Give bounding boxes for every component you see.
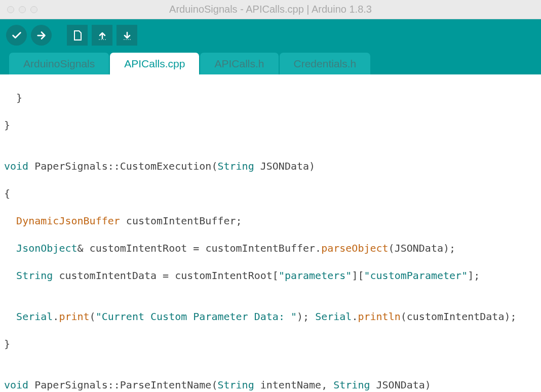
code-line: String customIntentData = customIntentRo…	[4, 269, 537, 283]
open-button[interactable]	[92, 25, 112, 46]
toolbar	[0, 19, 541, 51]
tab-apicalls-h[interactable]: APICalls.h	[200, 53, 278, 74]
arrow-up-icon	[96, 29, 108, 42]
titlebar: ArduinoSignals - APICalls.cpp | Arduino …	[0, 0, 541, 19]
file-icon	[71, 29, 84, 42]
code-line: Serial.print("Current Custom Parameter D…	[4, 310, 537, 324]
code-line: DynamicJsonBuffer customIntentBuffer;	[4, 214, 537, 228]
code-line: }	[4, 91, 537, 105]
code-editor[interactable]: } } void PaperSignals::CustomExecution(S…	[0, 74, 541, 392]
window-controls	[7, 6, 37, 13]
code-line: {	[4, 187, 537, 201]
minimize-window-icon[interactable]	[19, 6, 26, 13]
window-title: ArduinoSignals - APICalls.cpp | Arduino …	[0, 4, 541, 15]
code-line: JsonObject& customIntentRoot = customInt…	[4, 242, 537, 255]
zoom-window-icon[interactable]	[30, 6, 37, 13]
tab-apicalls-cpp[interactable]: APICalls.cpp	[110, 53, 199, 74]
tab-credentials-h[interactable]: Credentials.h	[280, 53, 371, 74]
verify-button[interactable]	[6, 25, 27, 46]
arrow-down-icon	[121, 29, 133, 42]
tab-arduinosignals[interactable]: ArduinoSignals	[9, 53, 109, 74]
code-line: void PaperSignals::ParseIntentName(Strin…	[4, 378, 537, 392]
code-line: }	[4, 337, 537, 351]
check-icon	[11, 30, 22, 41]
tabbar: ArduinoSignals APICalls.cpp APICalls.h C…	[0, 51, 541, 74]
upload-button[interactable]	[31, 25, 52, 46]
save-button[interactable]	[117, 25, 137, 46]
code-line: }	[4, 119, 537, 132]
close-window-icon[interactable]	[7, 6, 14, 13]
new-button[interactable]	[67, 25, 88, 46]
code-line: void PaperSignals::CustomExecution(Strin…	[4, 160, 537, 173]
arrow-right-icon	[36, 30, 47, 41]
